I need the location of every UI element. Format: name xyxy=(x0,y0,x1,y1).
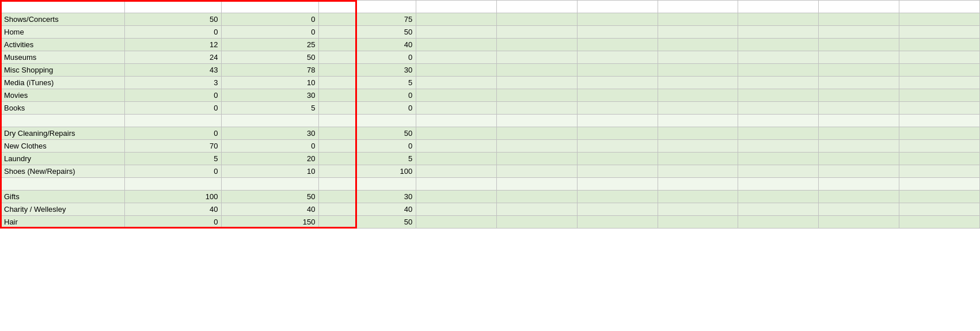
month-empty-cell xyxy=(416,39,497,51)
feb-value: 30 xyxy=(222,127,319,140)
month-empty-cell xyxy=(738,127,819,140)
month-empty-cell xyxy=(738,102,819,115)
header-feb xyxy=(222,1,319,13)
month-empty-cell xyxy=(658,102,738,115)
month-empty-cell xyxy=(577,26,658,39)
month-empty-cell xyxy=(819,165,899,178)
month-empty-cell xyxy=(658,26,738,39)
jan-value: 0 xyxy=(124,102,222,115)
table-row xyxy=(1,115,980,127)
march-value: 0 xyxy=(319,89,416,102)
march-value: 40 xyxy=(319,39,416,51)
month-empty-cell xyxy=(819,64,899,77)
activity-label: Gifts xyxy=(1,191,125,203)
month-empty-cell xyxy=(738,115,819,127)
jan-value: 0 xyxy=(124,127,222,140)
month-empty-cell xyxy=(899,115,980,127)
month-empty-cell xyxy=(899,51,980,64)
month-empty-cell xyxy=(819,191,899,203)
month-empty-cell xyxy=(819,102,899,115)
table-row: Laundry5205 xyxy=(1,153,980,165)
month-empty-cell xyxy=(819,77,899,89)
month-empty-cell xyxy=(416,165,497,178)
month-empty-cell xyxy=(416,216,497,229)
feb-value: 10 xyxy=(222,77,319,89)
header-oct xyxy=(899,1,980,13)
march-value: 40 xyxy=(319,203,416,216)
march-value: 50 xyxy=(319,127,416,140)
month-empty-cell xyxy=(819,51,899,64)
march-value: 100 xyxy=(319,165,416,178)
feb-value xyxy=(222,115,319,127)
jan-value xyxy=(124,178,222,191)
feb-value: 78 xyxy=(222,64,319,77)
month-empty-cell xyxy=(416,140,497,153)
month-empty-cell xyxy=(658,64,738,77)
activity-label: Hair xyxy=(1,216,125,229)
header-april xyxy=(416,1,497,13)
month-empty-cell xyxy=(819,26,899,39)
feb-value: 5 xyxy=(222,102,319,115)
jan-value: 0 xyxy=(124,165,222,178)
month-empty-cell xyxy=(416,13,497,26)
jan-value: 12 xyxy=(124,39,222,51)
table-row: Museums24500 xyxy=(1,51,980,64)
month-empty-cell xyxy=(899,39,980,51)
jan-value: 0 xyxy=(124,26,222,39)
month-empty-cell xyxy=(738,64,819,77)
month-empty-cell xyxy=(899,140,980,153)
month-empty-cell xyxy=(577,127,658,140)
month-empty-cell xyxy=(819,13,899,26)
activity-label xyxy=(1,115,125,127)
feb-value: 0 xyxy=(222,140,319,153)
header-july xyxy=(658,1,738,13)
month-empty-cell xyxy=(497,115,578,127)
feb-value: 10 xyxy=(222,165,319,178)
month-empty-cell xyxy=(577,102,658,115)
activity-label xyxy=(1,178,125,191)
month-empty-cell xyxy=(658,191,738,203)
header-june xyxy=(577,1,658,13)
feb-value: 0 xyxy=(222,13,319,26)
activity-label: Media (iTunes) xyxy=(1,77,125,89)
month-empty-cell xyxy=(577,115,658,127)
march-value: 30 xyxy=(319,191,416,203)
month-empty-cell xyxy=(899,178,980,191)
month-empty-cell xyxy=(819,216,899,229)
feb-value: 30 xyxy=(222,89,319,102)
month-empty-cell xyxy=(899,203,980,216)
month-empty-cell xyxy=(899,153,980,165)
month-empty-cell xyxy=(577,165,658,178)
month-empty-cell xyxy=(497,89,578,102)
month-empty-cell xyxy=(658,203,738,216)
month-empty-cell xyxy=(899,102,980,115)
month-empty-cell xyxy=(658,51,738,64)
feb-value: 150 xyxy=(222,216,319,229)
march-value: 5 xyxy=(319,77,416,89)
jan-value: 3 xyxy=(124,77,222,89)
activity-label: Museums xyxy=(1,51,125,64)
feb-value xyxy=(222,178,319,191)
month-empty-cell xyxy=(416,89,497,102)
month-empty-cell xyxy=(738,13,819,26)
month-empty-cell xyxy=(577,178,658,191)
month-empty-cell xyxy=(416,153,497,165)
month-empty-cell xyxy=(899,89,980,102)
feb-value: 25 xyxy=(222,39,319,51)
header-sept xyxy=(819,1,899,13)
month-empty-cell xyxy=(577,39,658,51)
header-may xyxy=(497,1,578,13)
month-empty-cell xyxy=(416,51,497,64)
month-empty-cell xyxy=(738,89,819,102)
activity-label: Books xyxy=(1,102,125,115)
month-empty-cell xyxy=(899,26,980,39)
month-empty-cell xyxy=(819,127,899,140)
month-empty-cell xyxy=(738,165,819,178)
month-empty-cell xyxy=(658,127,738,140)
jan-value: 43 xyxy=(124,64,222,77)
month-empty-cell xyxy=(497,13,578,26)
month-empty-cell xyxy=(738,216,819,229)
month-empty-cell xyxy=(577,77,658,89)
month-empty-cell xyxy=(497,26,578,39)
activity-label: Activities xyxy=(1,39,125,51)
